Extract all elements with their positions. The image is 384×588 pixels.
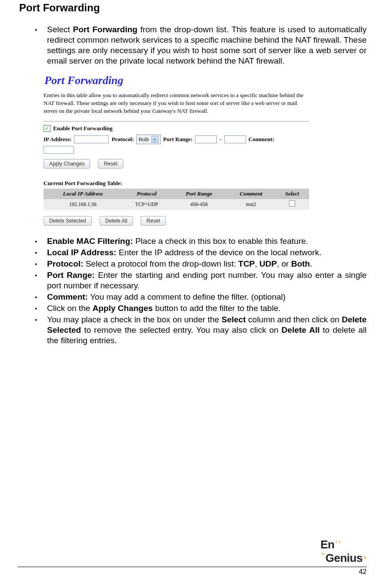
table-header-row: Local IP Address Protocol Port Range Com… <box>44 189 309 199</box>
cell-select <box>275 199 309 210</box>
list-item: Enable MAC Filtering: Place a check in t… <box>35 236 367 247</box>
port-start-input[interactable] <box>195 135 217 143</box>
page-number: 42 <box>17 568 367 576</box>
col-ip: Local IP Address <box>44 189 122 199</box>
li-c1: , <box>255 259 259 268</box>
ip-label: IP Address: <box>44 136 71 143</box>
li-bold: Comment: <box>47 292 88 301</box>
apply-changes-button[interactable]: Apply Changes <box>44 159 90 169</box>
li-both: Both <box>291 259 310 268</box>
li-t1: You may place a check in the box on unde… <box>47 315 222 324</box>
protocol-value: Both <box>138 136 148 143</box>
intro-list: Select Port Forwarding from the drop-dow… <box>17 24 367 66</box>
col-comment: Comment <box>227 189 276 199</box>
list-item: Protocol: Select a protocol from the dro… <box>35 259 367 269</box>
reset-button[interactable]: Reset <box>98 159 123 169</box>
form-row-2 <box>44 146 309 154</box>
forwarding-table: Local IP Address Protocol Port Range Com… <box>44 189 309 210</box>
comment-label: Comment: <box>249 136 274 143</box>
list-item: Click on the Apply Changes button to add… <box>35 303 367 314</box>
intro-item: Select Port Forwarding from the drop-dow… <box>35 24 367 66</box>
li-text: Select a protocol from the drop-down lis… <box>83 259 238 268</box>
table-row: 192.168.1.56 TCP+UDP 456-458 test2 <box>44 199 309 210</box>
li-bold: Apply Changes <box>93 304 153 313</box>
page-heading: Port Forwarding <box>19 2 367 14</box>
li-t1: Click on the <box>47 304 93 313</box>
ss-description: Entries in this table allow you to autom… <box>44 91 309 115</box>
button-row-2: Delete Selected Delete All Reset <box>44 216 309 226</box>
li-select: Select <box>222 315 246 324</box>
brand-genius: Genius <box>325 551 362 564</box>
li-bold: Local IP Address: <box>47 248 116 257</box>
comment-input[interactable] <box>44 146 74 154</box>
intro-bold: Port Forwarding <box>73 25 138 34</box>
ip-input[interactable] <box>74 135 109 143</box>
port-sep: - <box>219 136 221 143</box>
chevron-down-icon: ▾ <box>152 136 158 143</box>
portrange-label: Port Range: <box>163 136 193 143</box>
li-text: You may add a comment to define the filt… <box>88 292 286 301</box>
protocol-select[interactable]: Both ▾ <box>136 135 160 144</box>
li-bold: Protocol: <box>47 259 83 268</box>
page-footer: En᛬᛬⌃Genius ® 42 <box>17 538 367 576</box>
enable-checkbox[interactable]: ✓ <box>44 125 51 132</box>
footer-divider <box>17 567 367 567</box>
port-end-input[interactable] <box>224 135 246 143</box>
col-protocol: Protocol <box>122 189 171 199</box>
protocol-label: Protocol: <box>111 136 134 143</box>
li-text: Place a check in this box to enable this… <box>133 237 308 246</box>
li-c2: , or <box>277 259 291 268</box>
col-select: Select <box>275 189 309 199</box>
delete-all-button[interactable]: Delete All <box>100 216 133 226</box>
li-da: Delete All <box>282 325 320 335</box>
intro-prefix: Select <box>47 25 73 34</box>
definition-list: Enable MAC Filtering: Place a check in t… <box>17 236 367 345</box>
table-title: Current Port Forwarding Table: <box>44 180 309 187</box>
brand-en: En <box>320 538 334 551</box>
li-text: Enter the IP address of the device on th… <box>116 248 321 257</box>
registered-icon: ® <box>364 556 367 561</box>
li-t2: button to add the filter to the table. <box>153 304 281 313</box>
li-text: Enter the starting and ending port numbe… <box>47 270 367 290</box>
list-item: You may place a check in the box on unde… <box>35 314 367 346</box>
li-bold: Enable MAC Filtering: <box>47 237 133 246</box>
embedded-screenshot: Port Forwarding Entries in this table al… <box>44 74 309 226</box>
list-item: Comment: You may add a comment to define… <box>35 292 367 302</box>
ss-title: Port Forwarding <box>44 74 309 87</box>
li-tcp: TCP <box>238 259 255 268</box>
li-bold: Port Range: <box>47 270 95 280</box>
delete-selected-button[interactable]: Delete Selected <box>44 216 92 226</box>
enable-row: ✓ Enable Port Forwarding <box>44 125 309 132</box>
cell-ip: 192.168.1.56 <box>44 199 122 210</box>
col-range: Port Range <box>171 189 226 199</box>
li-udp: UDP <box>259 259 277 268</box>
reset-button-2[interactable]: Reset <box>141 216 165 226</box>
brand-logo: En᛬᛬⌃Genius ® <box>17 538 367 567</box>
li-t3: to remove the selected entry. You may al… <box>81 325 281 335</box>
button-row-1: Apply Changes Reset <box>44 159 309 169</box>
list-item: Local IP Address: Enter the IP address o… <box>35 247 367 258</box>
li-dot: . <box>310 259 312 268</box>
form-row: IP Address: Protocol: Both ▾ Port Range:… <box>44 135 309 144</box>
row-checkbox[interactable] <box>289 200 295 206</box>
li-t2: column and then click on <box>246 315 342 324</box>
cell-range: 456-458 <box>171 199 226 210</box>
list-item: Port Range: Enter the starting and endin… <box>35 270 367 291</box>
enable-label: Enable Port Forwarding <box>53 125 113 132</box>
cell-comment: test2 <box>227 199 276 210</box>
cell-protocol: TCP+UDP <box>122 199 171 210</box>
divider <box>44 121 309 122</box>
